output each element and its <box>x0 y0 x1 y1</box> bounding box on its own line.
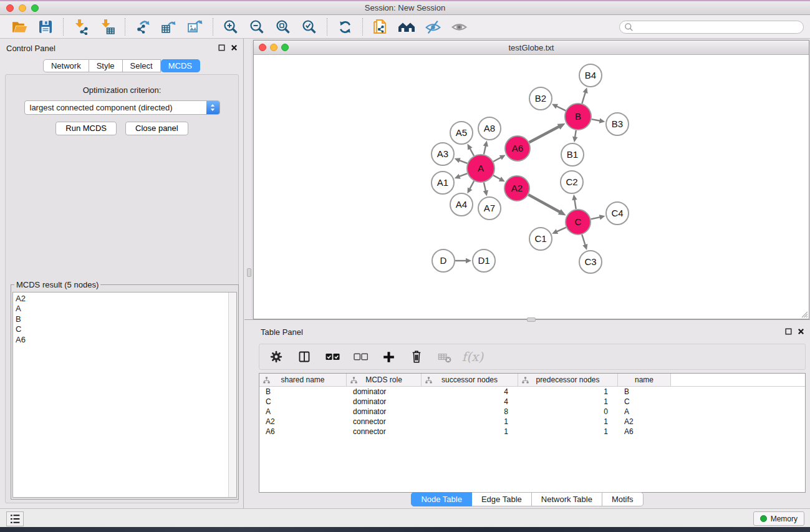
zoom-in-button[interactable] <box>218 17 244 37</box>
graph-edge-A-A3[interactable] <box>458 160 467 163</box>
zoom-selected-button[interactable] <box>296 17 322 37</box>
homes-icon <box>397 19 416 34</box>
tab-node-table[interactable]: Node Table <box>411 492 472 506</box>
memory-label: Memory <box>771 515 798 523</box>
table-row[interactable]: A2connector11A2 <box>259 417 805 427</box>
float-panel-icon[interactable] <box>785 328 792 335</box>
unselect-all-columns-button[interactable] <box>352 347 369 366</box>
delete-table-button[interactable] <box>436 347 453 366</box>
graph-edge-C-C2[interactable] <box>574 199 576 210</box>
table-panel-window-buttons <box>785 328 804 335</box>
function-builder-button[interactable]: f(x) <box>464 347 481 366</box>
network-maximize-button[interactable] <box>281 44 289 51</box>
close-panel-icon[interactable] <box>798 328 804 335</box>
export-table-button[interactable] <box>156 17 182 37</box>
table-toolbar: f(x) <box>259 344 806 370</box>
tab-mcds[interactable]: MCDS <box>161 59 200 72</box>
network-close-button[interactable] <box>259 44 266 51</box>
close-window-button[interactable] <box>6 4 14 12</box>
column-header-predecessor-nodes[interactable]: predecessor nodes <box>518 374 618 386</box>
export-image-icon <box>187 19 203 35</box>
column-header-name[interactable]: name <box>618 374 671 386</box>
mcds-result-title: MCDS result (5 nodes) <box>14 280 100 289</box>
graph-edge-A-A1[interactable] <box>458 173 467 177</box>
open-session-button[interactable] <box>6 17 32 37</box>
tab-network-table[interactable]: Network Table <box>532 492 602 506</box>
network-window-titlebar[interactable]: testGlobe.txt <box>254 41 809 55</box>
maximize-window-button[interactable] <box>31 4 39 12</box>
create-column-button[interactable] <box>380 347 397 366</box>
tab-motifs[interactable]: Motifs <box>602 492 644 506</box>
search-input[interactable] <box>634 22 803 31</box>
column-header-shared-name[interactable]: shared name <box>259 374 347 386</box>
refresh-button[interactable] <box>332 17 358 37</box>
toolbar-separator <box>63 18 64 36</box>
network-canvas[interactable]: B4B2BB3A8A5A6A3B1AA1C2A2A4A7C4CC1C3DD1 <box>254 56 809 319</box>
table-cell-predecessor-nodes: 1 <box>518 387 618 396</box>
import-network-button[interactable] <box>68 17 94 37</box>
table-row[interactable]: Cdominator41C <box>259 397 805 407</box>
table-row[interactable]: Bdominator41B <box>259 387 805 397</box>
mcds-result-item[interactable]: A2 <box>16 294 236 304</box>
mcds-result-list[interactable]: A2ABCA6 <box>12 292 237 498</box>
float-panel-icon[interactable] <box>218 44 225 51</box>
close-panel-icon[interactable] <box>231 44 238 51</box>
mcds-result-item[interactable]: C <box>16 324 236 334</box>
graph-edge-A2-C[interactable] <box>528 195 561 212</box>
graph-edge-A-A8[interactable] <box>484 145 486 154</box>
graph-edge-A-A2[interactable] <box>493 175 501 180</box>
graph-edge-A-A6[interactable] <box>493 157 501 162</box>
import-table-button[interactable] <box>94 17 120 37</box>
table-options-button[interactable] <box>268 347 285 366</box>
graph-edge-C-C4[interactable] <box>591 217 600 220</box>
graph-edge-B-B4[interactable] <box>582 92 586 104</box>
column-header-mcds-role[interactable]: MCDS role <box>347 374 422 386</box>
task-history-button[interactable] <box>6 511 24 526</box>
new-network-from-selection-button[interactable] <box>367 17 393 37</box>
graph-edge-C-C3[interactable] <box>582 235 586 246</box>
graph-edge-A-A7[interactable] <box>484 182 486 191</box>
graph-edge-A-A4[interactable] <box>470 181 474 190</box>
export-network-button[interactable] <box>130 17 156 37</box>
show-graphics-details-button[interactable] <box>446 17 472 37</box>
graph-edge-B-B2[interactable] <box>556 106 566 111</box>
mcds-result-item[interactable]: B <box>16 314 236 324</box>
save-session-button[interactable] <box>32 17 59 37</box>
mcds-result-item[interactable]: A6 <box>16 335 236 345</box>
optimization-criterion-select[interactable]: largest connected component (directed) <box>24 100 220 115</box>
show-column-button[interactable] <box>296 347 313 366</box>
graph-edge-A6-B[interactable] <box>529 126 560 142</box>
table-row[interactable]: A6connector11A6 <box>259 427 805 437</box>
table-cell-name: A6 <box>618 427 671 436</box>
tab-select[interactable]: Select <box>123 59 161 72</box>
select-all-columns-button[interactable] <box>324 347 341 366</box>
horizontal-divider[interactable] <box>244 319 810 324</box>
memory-status-button[interactable]: Memory <box>753 511 804 526</box>
zoom-fit-button[interactable] <box>270 17 296 37</box>
export-image-button[interactable] <box>182 17 208 37</box>
close-panel-button[interactable]: Close panel <box>125 122 188 135</box>
control-panel: Control Panel NetworkStyleSelectMCDS Opt… <box>0 39 244 508</box>
table-row[interactable]: Adominator80A <box>259 407 805 417</box>
column-header-successor-nodes[interactable]: successor nodes <box>422 374 518 386</box>
mcds-result-scrollbar[interactable] <box>228 293 236 497</box>
cybrowser-home-button[interactable] <box>393 17 420 37</box>
graph-edge-A-A5[interactable] <box>470 148 474 156</box>
toolbar-search-field[interactable] <box>619 21 804 34</box>
network-minimize-button[interactable] <box>270 44 277 51</box>
split-pane-grip[interactable] <box>247 268 251 277</box>
run-mcds-button[interactable]: Run MCDS <box>55 122 117 135</box>
table-cell-mcds-role: connector <box>347 427 422 436</box>
graph-edge-C-C1[interactable] <box>556 228 566 232</box>
hide-graphics-details-button[interactable] <box>420 17 446 37</box>
zoom-out-button[interactable] <box>244 17 270 37</box>
tab-style[interactable]: Style <box>89 59 123 72</box>
minimize-window-button[interactable] <box>19 4 26 12</box>
tab-edge-table[interactable]: Edge Table <box>472 492 532 506</box>
resize-grip-icon[interactable] <box>800 310 808 318</box>
mcds-result-item[interactable]: A <box>16 304 236 314</box>
tab-network[interactable]: Network <box>43 59 89 72</box>
divider-grip[interactable] <box>527 317 536 322</box>
graph-edge-B-B3[interactable] <box>592 119 601 121</box>
delete-column-button[interactable] <box>408 347 425 366</box>
